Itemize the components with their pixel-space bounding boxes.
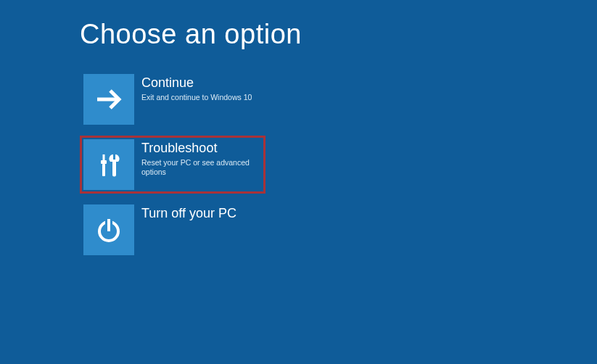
troubleshoot-text: Troubleshoot Reset your PC or see advanc… — [134, 139, 262, 178]
troubleshoot-subtitle: Reset your PC or see advanced options — [141, 158, 262, 178]
tools-icon — [83, 139, 134, 190]
arrow-right-icon — [83, 74, 134, 125]
svg-rect-1 — [103, 154, 105, 160]
troubleshoot-option[interactable]: Troubleshoot Reset your PC or see advanc… — [80, 136, 265, 194]
troubleshoot-title: Troubleshoot — [141, 141, 262, 157]
turnoff-text: Turn off your PC — [134, 204, 262, 223]
turnoff-title: Turn off your PC — [141, 206, 262, 222]
continue-option[interactable]: Continue Exit and continue to Windows 10 — [80, 70, 265, 128]
svg-rect-3 — [102, 164, 105, 176]
continue-title: Continue — [141, 75, 262, 91]
turnoff-option[interactable]: Turn off your PC — [80, 201, 265, 259]
power-icon — [83, 204, 134, 255]
continue-subtitle: Exit and continue to Windows 10 — [141, 93, 262, 103]
options-screen: Choose an option Continue Exit and conti… — [0, 0, 597, 259]
option-list: Continue Exit and continue to Windows 10 — [80, 70, 597, 259]
svg-rect-2 — [101, 160, 107, 164]
continue-text: Continue Exit and continue to Windows 10 — [134, 74, 262, 102]
page-title: Choose an option — [80, 19, 597, 50]
